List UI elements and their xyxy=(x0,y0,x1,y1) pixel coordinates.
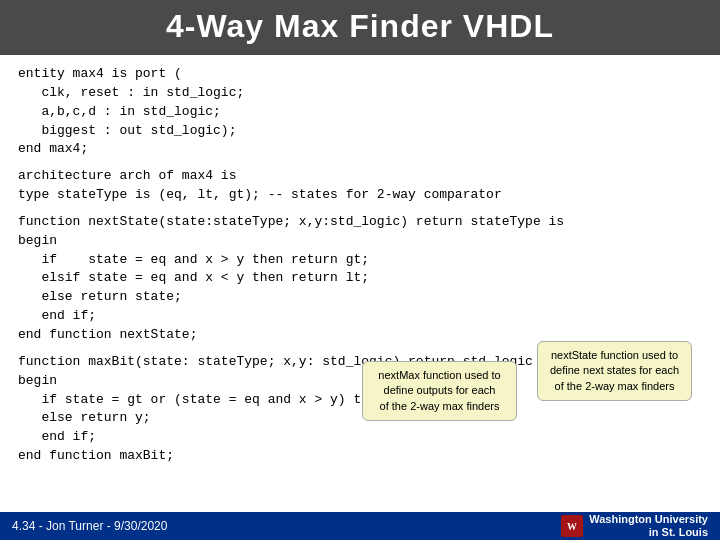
svg-text:W: W xyxy=(567,521,577,532)
nextstate-code: function nextState(state:stateType; x,y:… xyxy=(18,213,702,345)
arch-block: architecture arch of max4 is type stateT… xyxy=(18,167,702,205)
nextstate-block: function nextState(state:stateType; x,y:… xyxy=(18,213,702,345)
school-name: Washington University in St. Louis xyxy=(589,513,708,539)
nextstate-tooltip: nextState function used to define next s… xyxy=(537,341,692,401)
entity-block: entity max4 is port ( clk, reset : in st… xyxy=(18,65,702,159)
footer-citation: 4.34 - Jon Turner - 9/30/2020 xyxy=(12,519,167,533)
entity-code: entity max4 is port ( clk, reset : in st… xyxy=(18,65,702,159)
arch-code: architecture arch of max4 is type stateT… xyxy=(18,167,702,205)
page-title: 4-Way Max Finder VHDL xyxy=(0,0,720,55)
nextmax-tooltip: nextMax function used to define outputs … xyxy=(362,361,517,421)
footer: 4.34 - Jon Turner - 9/30/2020 W Washingt… xyxy=(0,512,720,540)
washu-logo-icon: W xyxy=(561,515,583,537)
footer-branding: W Washington University in St. Louis xyxy=(561,513,708,539)
